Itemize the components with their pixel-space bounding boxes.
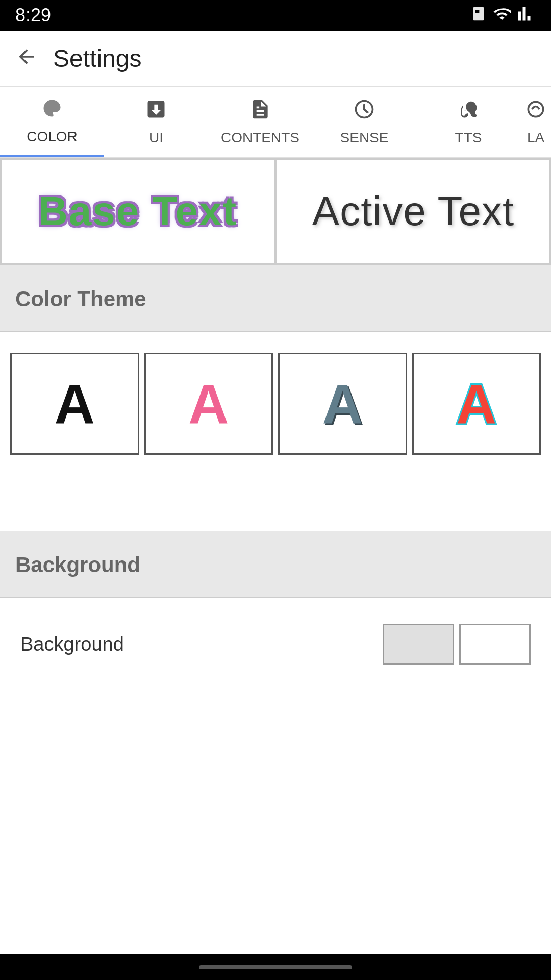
tab-tts-label: TTS <box>455 130 482 146</box>
time-circle-icon <box>353 98 375 126</box>
status-bar: 8:29 <box>0 0 551 31</box>
sim-icon <box>470 6 487 26</box>
active-text-preview: Active Text <box>312 188 514 235</box>
home-indicator <box>199 965 352 969</box>
tab-sense-label: SENSE <box>340 130 389 146</box>
svg-rect-1 <box>475 10 479 13</box>
background-row: Background <box>15 614 536 675</box>
tab-contents[interactable]: CONTENTS <box>208 87 312 157</box>
theme-pink[interactable]: A <box>144 353 273 455</box>
svg-rect-0 <box>473 7 484 20</box>
base-text-cell[interactable]: Base Text <box>0 158 276 264</box>
tab-tts[interactable]: TTS <box>416 87 520 157</box>
spacer <box>0 470 551 501</box>
svg-point-7 <box>528 102 543 116</box>
status-icons <box>470 5 536 27</box>
theme-letter-red-teal: A <box>456 376 496 432</box>
swatch-white[interactable] <box>459 624 531 665</box>
color-theme-grid: A A A A <box>0 337 551 470</box>
tab-sense[interactable]: SENSE <box>312 87 416 157</box>
theme-letter-pink: A <box>188 376 229 432</box>
background-section: Background Background <box>0 531 551 690</box>
theme-slate[interactable]: A <box>278 353 407 455</box>
document-icon <box>249 98 271 126</box>
wifi-icon <box>493 5 511 27</box>
bottom-bar <box>0 954 551 980</box>
back-button[interactable] <box>15 45 38 72</box>
color-swatches <box>383 624 531 665</box>
theme-letter-slate: A <box>322 376 363 432</box>
app-bar: Settings <box>0 31 551 87</box>
theme-letter-black: A <box>55 376 95 432</box>
signal-icon <box>517 5 536 27</box>
background-row-label: Background <box>20 633 124 655</box>
tab-color-label: COLOR <box>27 129 78 145</box>
tab-bar: COLOR UI CONTENTS SENSE TTS LA <box>0 87 551 158</box>
color-theme-header: Color Theme <box>0 265 551 331</box>
tab-la[interactable]: LA <box>520 87 551 157</box>
tab-ui-label: UI <box>149 130 163 146</box>
theme-red-teal[interactable]: A <box>412 353 541 455</box>
palette-icon <box>41 97 63 125</box>
status-time: 8:29 <box>15 5 51 26</box>
color-theme-title: Color Theme <box>15 287 146 311</box>
text-preview-row: Base Text Active Text <box>0 158 551 265</box>
tab-contents-label: CONTENTS <box>221 130 299 146</box>
background-title: Background <box>15 553 140 577</box>
tab-color[interactable]: COLOR <box>0 87 104 157</box>
swatch-gray[interactable] <box>383 624 454 665</box>
hearing-icon <box>457 98 480 126</box>
background-header: Background <box>0 531 551 597</box>
background-content: Background <box>0 598 551 690</box>
download-box-icon <box>145 98 167 126</box>
page-title: Settings <box>53 44 141 72</box>
la-icon <box>524 98 547 126</box>
tab-ui[interactable]: UI <box>104 87 208 157</box>
active-text-cell[interactable]: Active Text <box>276 158 551 264</box>
base-text-preview: Base Text <box>38 188 237 235</box>
divider <box>0 331 551 332</box>
theme-black[interactable]: A <box>10 353 139 455</box>
tab-la-label: LA <box>527 130 544 146</box>
